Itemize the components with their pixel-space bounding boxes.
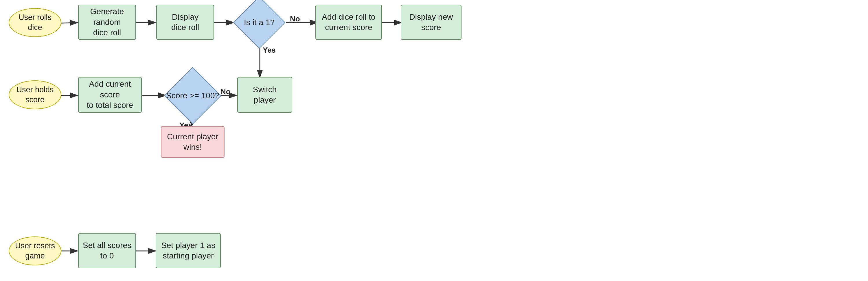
is-it-1-diamond: No Is it a 1? [230,2,288,43]
flowchart: No Yes No Yes User rolls dice Generate r… [0,0,868,281]
add-dice-roll: Add dice roll to current score [315,5,382,40]
score-gte-100-label: Score >= 100? [166,91,219,101]
user-resets-game: User resets game [9,237,61,266]
label-no-top: No [290,14,300,24]
display-new-score: Display new score [401,5,462,40]
label-no-mid: No [220,87,230,96]
score-gte-100-diamond: Score >= 100? [164,74,222,117]
add-current-score: Add current score to total score [78,77,142,113]
svg-line-1 [61,23,78,23]
set-player1-starting: Set player 1 as starting player [156,233,221,268]
display-dice-roll: Display dice roll [156,5,214,40]
label-yes-top: Yes [263,46,276,55]
switch-player: Switch player [237,77,292,113]
is-it-1-label: No Is it a 1? [244,17,275,28]
user-rolls-dice: User rolls dice [9,8,61,37]
user-holds-score: User holds score [9,80,61,109]
set-all-scores: Set all scores to 0 [78,233,136,268]
generate-random-dice-roll: Generate random dice roll [78,5,136,40]
current-player-wins: Current player wins! [161,126,224,158]
